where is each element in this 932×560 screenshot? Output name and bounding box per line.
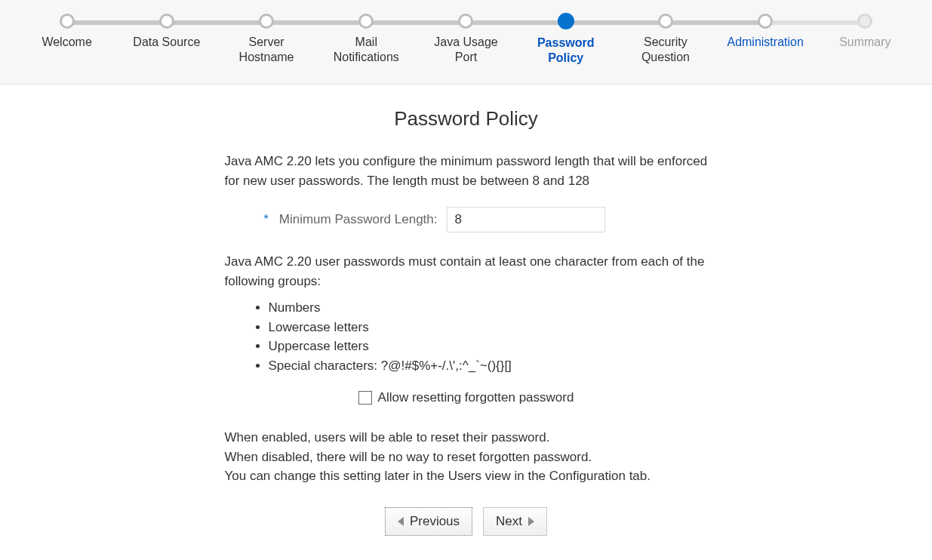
step-summary: Summary <box>815 14 915 66</box>
step-dot-icon <box>658 14 673 29</box>
step-label: Security Question <box>616 35 715 65</box>
intro-paragraph: Java AMC 2.20 lets you configure the min… <box>225 152 708 190</box>
step-label: Administration <box>715 35 815 50</box>
reset-help-1: When enabled, users will be able to rese… <box>225 428 708 448</box>
allow-reset-checkbox[interactable] <box>358 391 372 405</box>
wizard-steps-bar: WelcomeData SourceServer HostnameMail No… <box>0 0 932 85</box>
min-password-length-label: Minimum Password Length: <box>279 212 438 227</box>
allow-reset-label: Allow resetting forgotten password <box>378 390 574 405</box>
allow-reset-row: Allow resetting forgotten password <box>225 390 708 405</box>
step-dot-icon <box>458 14 473 29</box>
groups-intro-paragraph: Java AMC 2.20 user passwords must contai… <box>225 252 708 291</box>
step-dot-icon <box>358 14 374 29</box>
next-button-label: Next <box>496 514 522 529</box>
step-dot-icon <box>159 14 174 29</box>
wizard-nav-buttons: Previous Next <box>225 507 708 536</box>
step-label: Summary <box>815 35 915 50</box>
password-group-item: Lowercase letters <box>269 318 708 337</box>
step-dot-icon <box>558 13 574 29</box>
step-label: Server Hostname <box>217 35 316 65</box>
step-label: Welcome <box>17 35 117 50</box>
step-label: Java Usage Port <box>416 35 515 65</box>
reset-help-2: When disabled, there will be no way to r… <box>225 448 708 467</box>
chevron-right-icon <box>528 517 534 526</box>
previous-button-label: Previous <box>410 514 460 529</box>
min-password-length-field: * Minimum Password Length: <box>264 207 708 232</box>
password-groups-list: NumbersLowercase lettersUppercase letter… <box>269 298 708 375</box>
password-group-item: Numbers <box>269 298 708 318</box>
step-label: Data Source <box>117 35 217 50</box>
step-dot-icon <box>758 14 773 29</box>
password-group-item: Special characters: ?@!#$%+-/.\',:^_`~()… <box>269 356 708 376</box>
step-label: Password Policy <box>516 35 616 66</box>
password-group-item: Uppercase letters <box>269 337 708 356</box>
next-button[interactable]: Next <box>483 507 547 536</box>
step-dot-icon <box>60 14 75 29</box>
required-star-icon: * <box>264 213 269 226</box>
chevron-left-icon <box>398 517 404 526</box>
step-dot-icon <box>857 14 872 29</box>
reset-help-3: You can change this setting later in the… <box>225 466 708 486</box>
previous-button[interactable]: Previous <box>385 507 472 536</box>
step-dot-icon <box>259 14 274 29</box>
wizard-step-content: Password Policy Java AMC 2.20 lets you c… <box>210 107 723 536</box>
step-label: Mail Notifications <box>316 35 416 65</box>
min-password-length-input[interactable] <box>447 207 605 232</box>
page-title: Password Policy <box>225 107 708 131</box>
